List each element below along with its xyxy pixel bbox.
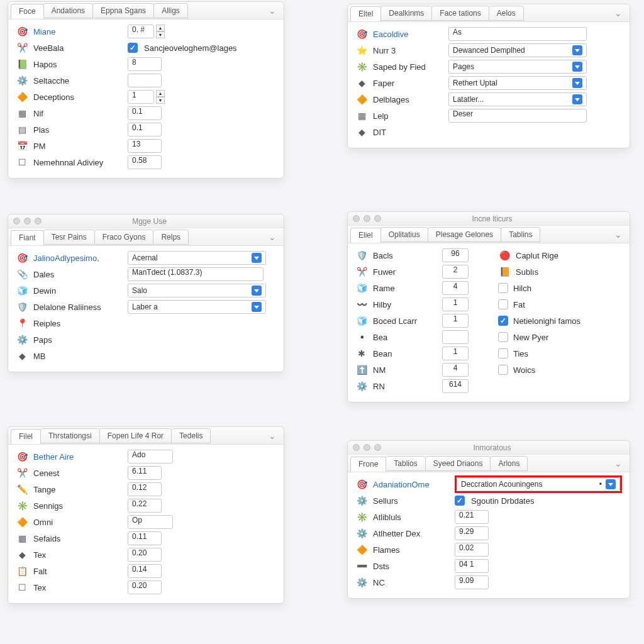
- flames-input[interactable]: 0.02: [455, 543, 489, 557]
- woics-checkbox[interactable]: [498, 365, 508, 375]
- traffic-close[interactable]: [13, 218, 20, 225]
- adani-label: AdaniationOme: [373, 480, 455, 489]
- fuwer-input[interactable]: 2: [442, 265, 469, 279]
- tab-oplitatius[interactable]: Oplitatius: [380, 227, 428, 242]
- tab-arlons[interactable]: Arlons: [490, 456, 528, 471]
- tab-eltel[interactable]: Eltel: [350, 6, 381, 21]
- dales-input[interactable]: ManTdect (1.0837.3): [128, 267, 264, 281]
- tab-relps[interactable]: Relps: [153, 230, 189, 245]
- netie-checkbox[interactable]: [498, 316, 508, 326]
- saped-select[interactable]: Pages: [448, 60, 587, 74]
- row-faper: ◆ Faper Rethert Uptal: [355, 75, 622, 91]
- hich-checkbox[interactable]: [498, 283, 508, 293]
- traffic-close[interactable]: [353, 444, 360, 451]
- atlibluls-input[interactable]: 0.21: [455, 510, 489, 524]
- veebala-checkbox[interactable]: [128, 43, 138, 53]
- adani-select[interactable]: Deccration Acouningens•: [457, 477, 620, 491]
- tex-input[interactable]: 0.20: [128, 548, 162, 562]
- caret-icon: [572, 45, 582, 55]
- tab-aelos[interactable]: Aelos: [489, 6, 524, 21]
- row-nm: ⬆️ NM 4: [355, 362, 479, 378]
- eaco-input[interactable]: As: [448, 27, 587, 41]
- tab-thrstationgsi[interactable]: Thrstationgsi: [40, 428, 100, 443]
- hapos-input[interactable]: 8: [128, 57, 162, 71]
- tab-tablios[interactable]: Tablios: [386, 456, 425, 471]
- tab-filel[interactable]: Filel: [11, 429, 41, 444]
- tab-andations[interactable]: Andations: [43, 3, 93, 18]
- hilby-input[interactable]: 1: [442, 297, 469, 311]
- nif-input[interactable]: 0.1: [128, 106, 162, 120]
- atlhetter-input[interactable]: 9.29: [455, 526, 489, 540]
- omni-input[interactable]: Op: [128, 515, 173, 529]
- rn-input[interactable]: 614: [442, 379, 469, 393]
- fat-checkbox[interactable]: [498, 299, 508, 309]
- tab-foce[interactable]: Foce: [11, 4, 44, 19]
- nc-input[interactable]: 9.09: [455, 575, 489, 589]
- collapse-toggle[interactable]: ⌄: [609, 230, 627, 240]
- tab-eliel[interactable]: Eliel: [350, 228, 381, 243]
- tex2-input[interactable]: 0.20: [128, 580, 162, 594]
- tange-input[interactable]: 0.12: [128, 482, 162, 496]
- flames-label: Flames: [373, 545, 455, 555]
- tab-tablins[interactable]: Tablins: [501, 227, 540, 242]
- faper-select[interactable]: Rethert Uptal: [448, 76, 587, 90]
- tab-frone[interactable]: Frone: [350, 457, 386, 472]
- caret-icon: [572, 78, 582, 88]
- miane-icon: 🎯: [16, 25, 28, 38]
- rame-input[interactable]: 4: [442, 281, 469, 295]
- row-bea: ▪️ Bea: [355, 329, 479, 345]
- collapse-toggle[interactable]: ⌄: [264, 232, 281, 242]
- nemehnnal-input[interactable]: 0.58: [128, 155, 162, 169]
- sellurs-checkbox[interactable]: [455, 496, 465, 506]
- nm-input[interactable]: 4: [442, 363, 469, 377]
- rn-icon: ⚙️: [355, 380, 368, 392]
- deceptions-input[interactable]: 1: [128, 90, 154, 104]
- collapse-toggle[interactable]: ⌄: [264, 6, 281, 16]
- delalone-select[interactable]: Laber a: [128, 300, 266, 314]
- bacls-input[interactable]: 96: [442, 248, 469, 262]
- pm-input[interactable]: 13: [128, 139, 162, 153]
- collapse-toggle[interactable]: ⌄: [264, 431, 281, 441]
- panel2-tabs: Eltel Dealkinms Face tations Aelos ⌄: [348, 4, 630, 22]
- row-jalino: 🎯 JalinoAdlypesimo, Acernal: [16, 250, 276, 266]
- tab-tesrpains[interactable]: Tesr Pains: [43, 230, 95, 245]
- falt-input[interactable]: 0.14: [128, 564, 162, 578]
- mb-icon: ◆: [16, 350, 28, 362]
- sefaids-input[interactable]: 0.11: [128, 531, 162, 545]
- tab-eppna[interactable]: Eppna Sgans: [92, 3, 154, 18]
- bean-input[interactable]: 1: [442, 347, 469, 360]
- dewin-select[interactable]: Salo: [128, 284, 266, 297]
- deceptions-stepper[interactable]: ▲▼: [156, 90, 165, 104]
- lelp-input[interactable]: Deser: [448, 109, 587, 123]
- seltacche-input[interactable]: [128, 74, 162, 87]
- tab-tedelis[interactable]: Tedelis: [171, 428, 211, 443]
- tab-fiant[interactable]: Fiant: [11, 230, 44, 245]
- row-netie: Netielonighi famos: [498, 313, 622, 329]
- tab-fracogyons[interactable]: Fraco Gyons: [94, 230, 154, 245]
- dsts-input[interactable]: 04 1: [455, 559, 489, 573]
- bether-input[interactable]: Ado: [128, 450, 173, 464]
- tab-facetations[interactable]: Face tations: [431, 6, 489, 21]
- ties-checkbox[interactable]: [498, 348, 508, 358]
- newpyer-checkbox[interactable]: [498, 332, 508, 342]
- tab-syeed[interactable]: Syeed Driaons: [425, 456, 491, 471]
- tab-fopenlife[interactable]: Fopen Life 4 Ror: [99, 428, 172, 443]
- miane-stepper[interactable]: ▲▼: [156, 25, 165, 38]
- collapse-toggle[interactable]: ⌄: [609, 8, 627, 18]
- tab-plesage[interactable]: Plesage Gelones: [428, 227, 501, 242]
- jalino-select[interactable]: Acernal: [128, 251, 266, 265]
- miane-input[interactable]: 0. #: [128, 25, 154, 38]
- cenest-input[interactable]: 6.11: [128, 466, 162, 480]
- tab-alligs[interactable]: Alligs: [153, 3, 188, 18]
- traffic-close[interactable]: [353, 215, 360, 222]
- collapse-toggle[interactable]: ⌄: [609, 458, 627, 469]
- sennigs-input[interactable]: 0.22: [128, 499, 162, 513]
- plas-input[interactable]: 0.1: [128, 123, 162, 136]
- dales-icon: 📎: [16, 268, 28, 280]
- tab-dealkinms[interactable]: Dealkinms: [380, 6, 432, 21]
- boced-input[interactable]: 1: [442, 314, 469, 328]
- bether-label: Bether Aire: [33, 452, 128, 462]
- nurr-select[interactable]: Dewanced Demplhed: [448, 43, 587, 57]
- delblages-select[interactable]: Latatler...: [448, 92, 587, 106]
- bea-input[interactable]: [442, 330, 469, 344]
